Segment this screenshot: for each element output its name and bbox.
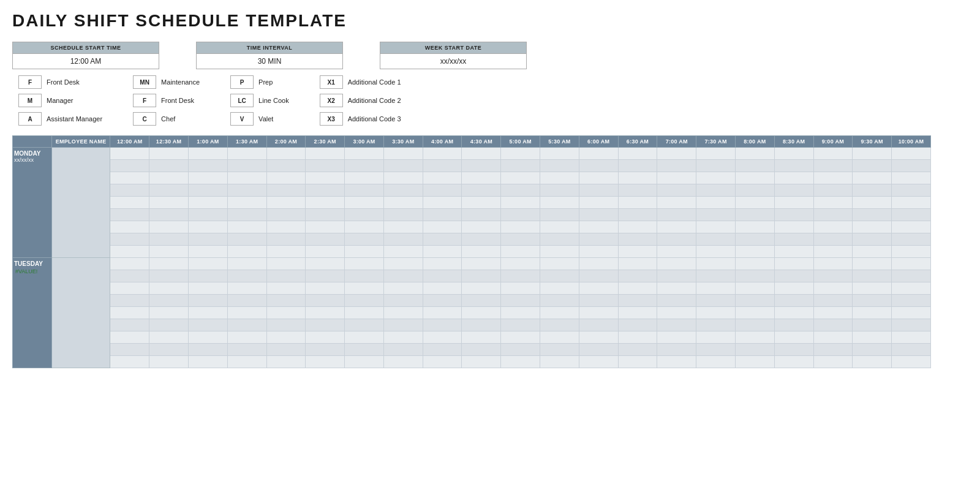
data-cell[interactable] <box>110 233 149 246</box>
data-cell[interactable] <box>189 184 228 197</box>
data-cell[interactable] <box>110 270 149 282</box>
data-cell[interactable] <box>853 233 892 246</box>
data-cell[interactable] <box>696 148 736 160</box>
data-cell[interactable] <box>149 246 189 258</box>
data-cell[interactable] <box>345 184 384 197</box>
data-cell[interactable] <box>540 172 579 184</box>
data-cell[interactable] <box>149 209 189 221</box>
data-cell[interactable] <box>266 356 306 368</box>
data-cell[interactable] <box>189 197 228 209</box>
data-cell[interactable] <box>813 307 853 319</box>
data-cell[interactable] <box>227 356 266 368</box>
data-cell[interactable] <box>657 209 696 221</box>
data-cell[interactable] <box>813 148 853 160</box>
data-cell[interactable] <box>540 307 579 319</box>
data-cell[interactable] <box>110 344 149 356</box>
data-cell[interactable] <box>306 209 345 221</box>
data-cell[interactable] <box>501 160 540 172</box>
data-cell[interactable] <box>266 270 306 282</box>
data-cell[interactable] <box>423 148 462 160</box>
data-cell[interactable] <box>735 258 774 270</box>
data-cell[interactable] <box>345 282 384 295</box>
data-cell[interactable] <box>423 172 462 184</box>
data-cell[interactable] <box>735 295 774 307</box>
data-cell[interactable] <box>149 172 189 184</box>
data-cell[interactable] <box>501 197 540 209</box>
data-cell[interactable] <box>579 246 618 258</box>
data-cell[interactable] <box>696 233 736 246</box>
data-cell[interactable] <box>227 295 266 307</box>
data-cell[interactable] <box>227 160 266 172</box>
data-cell[interactable] <box>540 160 579 172</box>
data-cell[interactable] <box>266 184 306 197</box>
data-cell[interactable] <box>774 246 813 258</box>
data-cell[interactable] <box>735 209 774 221</box>
data-cell[interactable] <box>227 344 266 356</box>
data-cell[interactable] <box>266 344 306 356</box>
data-cell[interactable] <box>423 246 462 258</box>
data-cell[interactable] <box>540 246 579 258</box>
data-cell[interactable] <box>189 295 228 307</box>
data-cell[interactable] <box>579 160 618 172</box>
data-cell[interactable] <box>462 270 501 282</box>
data-cell[interactable] <box>774 233 813 246</box>
data-cell[interactable] <box>892 221 931 233</box>
data-cell[interactable] <box>579 356 618 368</box>
data-cell[interactable] <box>383 295 423 307</box>
data-cell[interactable] <box>383 270 423 282</box>
data-cell[interactable] <box>892 209 931 221</box>
data-cell[interactable] <box>540 282 579 295</box>
data-cell[interactable] <box>618 295 657 307</box>
data-cell[interactable] <box>383 233 423 246</box>
data-cell[interactable] <box>345 319 384 331</box>
data-cell[interactable] <box>696 331 736 344</box>
data-cell[interactable] <box>306 233 345 246</box>
data-cell[interactable] <box>813 160 853 172</box>
data-cell[interactable] <box>657 184 696 197</box>
data-cell[interactable] <box>579 295 618 307</box>
data-cell[interactable] <box>110 184 149 197</box>
data-cell[interactable] <box>306 295 345 307</box>
data-cell[interactable] <box>189 258 228 270</box>
data-cell[interactable] <box>189 282 228 295</box>
data-cell[interactable] <box>853 307 892 319</box>
data-cell[interactable] <box>774 319 813 331</box>
data-cell[interactable] <box>696 344 736 356</box>
data-cell[interactable] <box>774 184 813 197</box>
data-cell[interactable] <box>579 344 618 356</box>
data-cell[interactable] <box>696 295 736 307</box>
data-cell[interactable] <box>306 148 345 160</box>
data-cell[interactable] <box>540 270 579 282</box>
data-cell[interactable] <box>462 184 501 197</box>
data-cell[interactable] <box>227 282 266 295</box>
data-cell[interactable] <box>657 148 696 160</box>
data-cell[interactable] <box>462 246 501 258</box>
data-cell[interactable] <box>892 270 931 282</box>
data-cell[interactable] <box>774 172 813 184</box>
data-cell[interactable] <box>696 209 736 221</box>
data-cell[interactable] <box>189 344 228 356</box>
data-cell[interactable] <box>657 344 696 356</box>
data-cell[interactable] <box>110 356 149 368</box>
data-cell[interactable] <box>657 233 696 246</box>
data-cell[interactable] <box>266 209 306 221</box>
data-cell[interactable] <box>813 233 853 246</box>
data-cell[interactable] <box>579 258 618 270</box>
data-cell[interactable] <box>423 184 462 197</box>
data-cell[interactable] <box>813 197 853 209</box>
data-cell[interactable] <box>462 209 501 221</box>
data-cell[interactable] <box>149 258 189 270</box>
data-cell[interactable] <box>618 148 657 160</box>
data-cell[interactable] <box>892 246 931 258</box>
data-cell[interactable] <box>227 172 266 184</box>
data-cell[interactable] <box>462 344 501 356</box>
data-cell[interactable] <box>540 258 579 270</box>
data-cell[interactable] <box>383 356 423 368</box>
data-cell[interactable] <box>735 172 774 184</box>
data-cell[interactable] <box>266 221 306 233</box>
data-cell[interactable] <box>306 258 345 270</box>
data-cell[interactable] <box>189 356 228 368</box>
data-cell[interactable] <box>423 160 462 172</box>
data-cell[interactable] <box>227 331 266 344</box>
data-cell[interactable] <box>345 197 384 209</box>
